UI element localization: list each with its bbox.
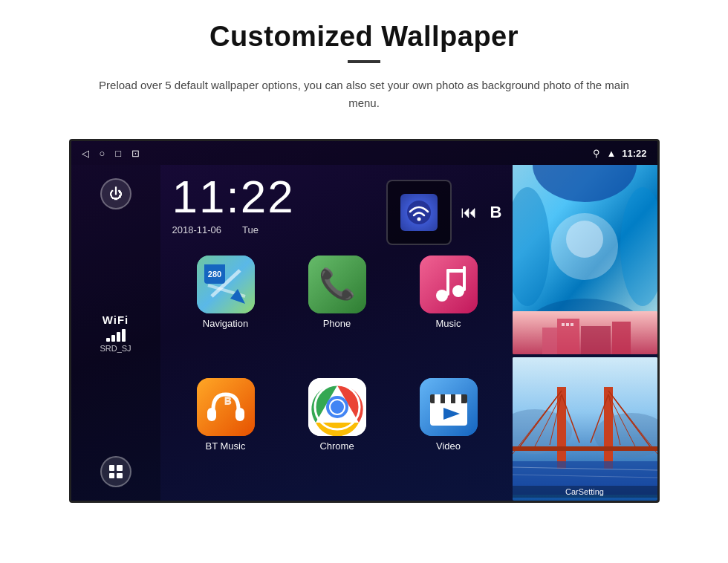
app-item-navigation[interactable]: 280 Navigation	[175, 256, 276, 368]
back-nav-icon[interactable]: ◁	[82, 148, 89, 159]
svg-rect-51	[604, 387, 613, 469]
status-bar-right: ⚲ ▲ 11:22	[593, 148, 646, 159]
page-wrapper: Customized Wallpaper Preload over 5 defa…	[0, 0, 728, 518]
location-icon: ⚲	[593, 148, 600, 159]
prev-track-button[interactable]: ⏮	[461, 203, 477, 222]
phone-screen: ◁ ○ □ ⊡ ⚲ ▲ 11:22 ⏻	[69, 139, 660, 503]
apps-grid-button[interactable]	[100, 456, 131, 487]
wallpaper-ice[interactable]	[513, 165, 657, 308]
grid-dot	[109, 473, 115, 479]
signal-icon: ▲	[606, 148, 616, 159]
sidebar: ⏻ WiFi SRD_SJ	[71, 165, 160, 501]
recent-nav-icon[interactable]: □	[115, 148, 121, 159]
svg-text:📞: 📞	[319, 266, 356, 302]
screenshot-icon: ⊡	[131, 148, 140, 159]
clock-time: 11:22	[172, 174, 374, 220]
power-icon: ⏻	[109, 186, 123, 202]
svg-rect-46	[571, 323, 573, 326]
phone-content: ⏻ WiFi SRD_SJ	[71, 165, 657, 501]
app-item-bt-music[interactable]: ʙ BT Music	[175, 378, 276, 490]
clock-row: 11:22 2018-11-06 Tue	[160, 165, 514, 245]
svg-rect-17	[207, 408, 216, 421]
wifi-bar-3	[117, 332, 120, 342]
music-app-icon	[420, 256, 478, 313]
wallpaper-panel: CarSetting	[513, 165, 657, 501]
day-value: Tue	[242, 224, 259, 235]
media-controls: ⏮ B	[461, 203, 502, 222]
wifi-label: WiFi	[100, 313, 131, 326]
grid-dot	[117, 465, 123, 471]
svg-text:ʙ: ʙ	[224, 393, 232, 408]
wifi-widget: WiFi SRD_SJ	[100, 313, 131, 353]
app-item-video[interactable]: Video	[398, 378, 499, 490]
status-time: 11:22	[622, 148, 646, 159]
screenshot-area: ◁ ○ □ ⊡ ⚲ ▲ 11:22 ⏻	[0, 124, 728, 518]
svg-rect-50	[557, 387, 566, 469]
clock-section: 11:22 2018-11-06 Tue	[172, 174, 374, 235]
main-area: 11:22 2018-11-06 Tue	[160, 165, 514, 501]
title-divider	[348, 60, 380, 63]
wallpaper-building[interactable]	[513, 311, 657, 354]
svg-rect-62	[513, 446, 657, 451]
wifi-bar-4	[122, 329, 126, 342]
svg-rect-41	[581, 326, 611, 354]
grid-dot	[109, 465, 115, 471]
wifi-bar-1	[106, 338, 110, 342]
chrome-app-icon	[308, 378, 366, 436]
clock-date: 2018-11-06 Tue	[172, 224, 374, 235]
svg-text:280: 280	[207, 270, 221, 279]
chrome-app-label: Chrome	[319, 440, 354, 452]
page-header: Customized Wallpaper Preload over 5 defa…	[0, 0, 728, 124]
svg-rect-30	[455, 394, 461, 403]
navigation-app-label: Navigation	[203, 318, 248, 329]
svg-rect-44	[562, 323, 565, 326]
svg-point-12	[452, 285, 464, 297]
page-subtitle: Preload over 5 default wallpaper options…	[97, 77, 631, 112]
video-app-icon	[420, 378, 478, 436]
grid-dot	[117, 473, 123, 479]
bluetooth-label: B	[490, 203, 502, 222]
svg-rect-43	[542, 328, 557, 354]
svg-point-11	[436, 290, 448, 302]
carsetting-label: CarSetting	[513, 486, 657, 498]
navigation-app-icon: 280	[197, 256, 255, 313]
app-item-phone[interactable]: 📞 Phone	[287, 256, 388, 368]
power-button[interactable]: ⏻	[100, 178, 131, 209]
cast-widget[interactable]	[386, 180, 452, 245]
svg-rect-42	[612, 322, 631, 354]
page-title: Customized Wallpaper	[30, 21, 698, 53]
wifi-bar-2	[111, 335, 115, 342]
cast-svg	[403, 197, 435, 228]
music-app-label: Music	[436, 318, 461, 329]
phone-app-label: Phone	[323, 318, 351, 329]
wifi-ssid: SRD_SJ	[100, 344, 131, 353]
svg-rect-28	[435, 394, 441, 403]
phone-app-icon: 📞	[308, 256, 366, 313]
svg-rect-13	[446, 269, 449, 296]
bt-music-app-icon: ʙ	[197, 378, 255, 436]
grid-icon	[109, 465, 123, 478]
svg-point-24	[331, 400, 344, 414]
svg-rect-45	[566, 323, 569, 326]
app-grid: 280 Navigation	[160, 245, 514, 501]
wifi-bars	[100, 329, 131, 342]
bt-music-app-label: BT Music	[206, 440, 246, 452]
status-bar-left: ◁ ○ □ ⊡	[82, 148, 140, 159]
wallpaper-bridge[interactable]: CarSetting	[513, 357, 657, 501]
app-item-chrome[interactable]: Chrome	[287, 378, 388, 490]
svg-rect-15	[446, 269, 466, 273]
svg-rect-18	[235, 408, 244, 421]
status-bar: ◁ ○ □ ⊡ ⚲ ▲ 11:22	[71, 141, 657, 165]
app-item-music[interactable]: Music	[398, 256, 499, 368]
home-nav-icon[interactable]: ○	[100, 148, 105, 159]
widget-area: ⏮ B	[386, 174, 502, 245]
svg-point-1	[417, 218, 420, 221]
svg-rect-29	[445, 394, 451, 403]
video-app-label: Video	[436, 440, 461, 452]
cast-icon	[400, 194, 438, 231]
svg-point-38	[566, 221, 603, 258]
date-value: 2018-11-06	[172, 224, 222, 235]
